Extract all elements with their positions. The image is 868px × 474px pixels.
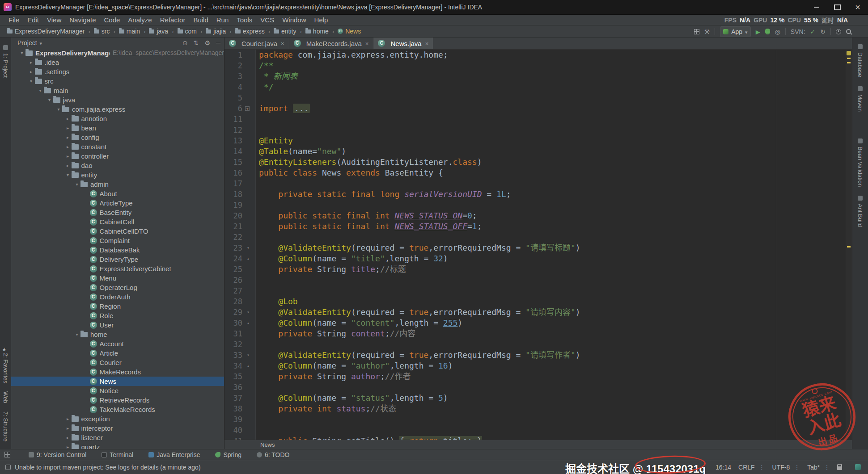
tree-item-role[interactable]: Role <box>11 311 224 320</box>
tree-chevron-icon[interactable] <box>64 442 72 449</box>
tool-button-ant-build[interactable]: Ant Build <box>857 191 864 231</box>
tree-item-orderauth[interactable]: OrderAuth <box>11 292 224 302</box>
tree-item-takemakerecords[interactable]: TakeMakeRecords <box>11 405 224 414</box>
tree-item-interceptor[interactable]: interceptor <box>11 424 224 433</box>
bottom-tool-javaee[interactable]: Java Enterprise <box>148 451 200 458</box>
hide-panel-icon[interactable] <box>216 39 220 46</box>
tree-chevron-icon[interactable] <box>64 123 72 133</box>
fold-marker-icon[interactable] <box>247 361 250 371</box>
tree-item-admin[interactable]: admin <box>11 180 224 189</box>
editor-tab[interactable]: MakeRecords.java <box>289 38 374 49</box>
debug-button[interactable] <box>765 29 770 34</box>
menu-build[interactable]: Build <box>189 16 212 24</box>
breadcrumb-item[interactable]: News <box>337 27 362 35</box>
minimize-button[interactable] <box>806 0 827 15</box>
tree-chevron-icon[interactable] <box>46 95 53 105</box>
tree-chevron-icon[interactable] <box>64 151 72 161</box>
breadcrumb-item[interactable]: entity <box>273 27 297 35</box>
tree-item-courier[interactable]: Courier <box>11 358 224 367</box>
coverage-icon[interactable] <box>775 25 780 38</box>
tree-item-controller[interactable]: controller <box>11 151 224 161</box>
breadcrumb-item[interactable]: home <box>305 27 330 35</box>
tree-item-exception[interactable]: exception <box>11 414 224 424</box>
tree-item-makerecords[interactable]: MakeRecords <box>11 367 224 377</box>
tool-button-database[interactable]: Database <box>857 39 864 81</box>
chevron-down-icon[interactable] <box>37 39 42 46</box>
menu-tools[interactable]: Tools <box>233 16 256 24</box>
tree-item-databasebak[interactable]: DatabaseBak <box>11 245 224 255</box>
tree-item-cabinetcelldto[interactable]: CabinetCellDTO <box>11 227 224 236</box>
tree-item-expressdeliverymanager[interactable]: ExpressDeliveryManagerE:\idea_space\Expr… <box>11 48 224 58</box>
warning-stripe-mark[interactable] <box>847 246 851 247</box>
build-project-icon[interactable] <box>704 25 710 38</box>
tool-button-maven[interactable]: Maven <box>857 81 864 116</box>
indent-selector[interactable]: Tab* <box>807 464 830 471</box>
code-area[interactable]: 1package com.jiajia.express.entity.home;… <box>224 50 852 440</box>
vcs-commit-icon[interactable] <box>810 25 816 38</box>
maximize-button[interactable] <box>827 0 847 15</box>
tree-chevron-icon[interactable] <box>55 105 62 114</box>
tree-chevron-icon[interactable] <box>64 170 72 180</box>
tree-chevron-icon[interactable] <box>64 433 72 442</box>
tree-item-src[interactable]: src <box>11 76 224 86</box>
history-icon[interactable] <box>836 29 841 34</box>
bottom-tool-vcs[interactable]: 9: Version Control <box>29 451 86 458</box>
menu-code[interactable]: Code <box>100 16 124 24</box>
tree-item-retrieverecords[interactable]: RetrieveRecords <box>11 395 224 405</box>
indicator-square-icon[interactable] <box>855 464 861 470</box>
tree-item-news[interactable]: News <box>11 377 224 386</box>
tree-item-quartz[interactable]: quartz <box>11 442 224 449</box>
warning-stripe-mark[interactable] <box>847 62 851 63</box>
tree-item-user[interactable]: User <box>11 320 224 330</box>
breadcrumb-item[interactable]: src <box>93 27 111 35</box>
close-icon[interactable] <box>281 40 284 47</box>
gear-icon[interactable] <box>205 39 211 46</box>
bottom-tool-terminal[interactable]: Terminal <box>102 451 133 458</box>
tree-item-entity[interactable]: entity <box>11 170 224 180</box>
encoding-selector[interactable]: UTF-8 <box>772 464 800 471</box>
tree-item-about[interactable]: About <box>11 189 224 198</box>
tree-item-constant[interactable]: constant <box>11 142 224 151</box>
tree-chevron-icon[interactable] <box>64 133 72 142</box>
warning-stripe-mark[interactable] <box>847 58 851 59</box>
tool-button-project[interactable]: 1: Project <box>2 40 9 82</box>
menu-run[interactable]: Run <box>212 16 233 24</box>
caret-position[interactable]: 16:14 <box>716 464 731 471</box>
search-everywhere-icon[interactable] <box>846 29 851 34</box>
tree-item-region[interactable]: Region <box>11 302 224 311</box>
tree-item-config[interactable]: config <box>11 133 224 142</box>
tree-item-annotion[interactable]: annotion <box>11 114 224 123</box>
tree-chevron-icon[interactable] <box>18 48 25 58</box>
tree-item-java[interactable]: java <box>11 95 224 105</box>
fold-marker-icon[interactable] <box>245 106 250 111</box>
fold-marker-icon[interactable] <box>247 318 250 328</box>
tree-chevron-icon[interactable] <box>64 424 72 433</box>
inspection-status-icon[interactable] <box>847 51 851 55</box>
breadcrumb-item[interactable]: ExpressDeliveryManager <box>6 27 85 35</box>
tree-item-bean[interactable]: bean <box>11 123 224 133</box>
sort-icon[interactable] <box>194 39 199 46</box>
menu-vcs[interactable]: VCS <box>256 16 278 24</box>
tree-chevron-icon[interactable] <box>37 86 44 95</box>
fold-marker-icon[interactable] <box>247 243 250 253</box>
tree-item-cabinetcell[interactable]: CabinetCell <box>11 217 224 227</box>
tree-item-.settings[interactable]: .settings <box>11 67 224 76</box>
run-config-selector[interactable]: App <box>720 26 750 37</box>
menu-help[interactable]: Help <box>310 16 332 24</box>
breadcrumb-item[interactable]: main <box>118 27 141 35</box>
editor[interactable]: 1package com.jiajia.express.entity.home;… <box>224 50 852 440</box>
tree-item-account[interactable]: Account <box>11 339 224 348</box>
tree-chevron-icon[interactable] <box>28 67 35 76</box>
diff-viewer-icon[interactable] <box>694 29 699 34</box>
tool-button-favorites[interactable]: 2: Favorites <box>2 343 9 388</box>
tree-item-main[interactable]: main <box>11 86 224 95</box>
locate-file-icon[interactable] <box>182 39 188 46</box>
menu-edit[interactable]: Edit <box>23 16 43 24</box>
tree-item-deliverytype[interactable]: DeliveryType <box>11 255 224 264</box>
tree-item-articletype[interactable]: ArticleType <box>11 198 224 208</box>
tree-item-notice[interactable]: Notice <box>11 386 224 395</box>
menu-analyze[interactable]: Analyze <box>124 16 156 24</box>
run-button[interactable] <box>756 25 760 38</box>
tree-chevron-icon[interactable] <box>64 114 72 123</box>
tree-item-.idea[interactable]: .idea <box>11 58 224 67</box>
